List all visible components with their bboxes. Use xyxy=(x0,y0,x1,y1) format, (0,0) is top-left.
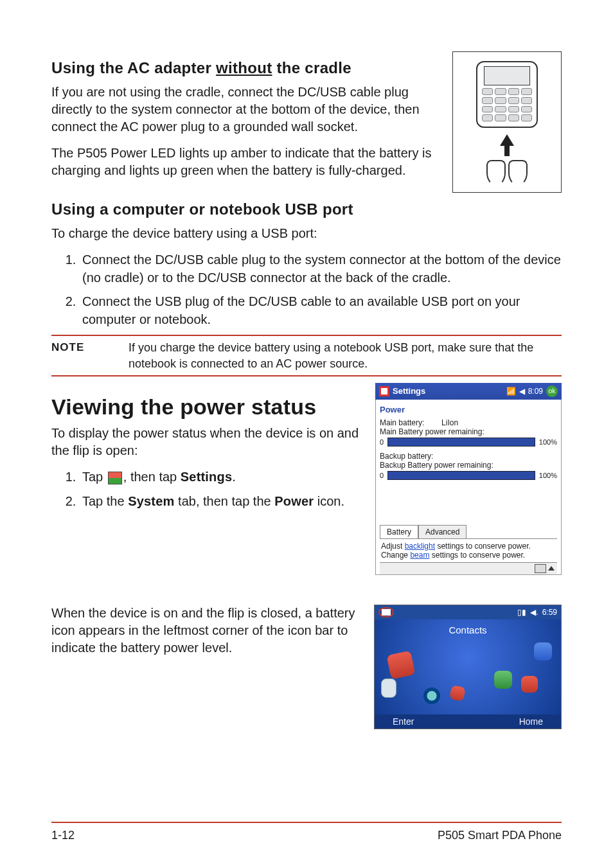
backup-bar-hundred: 100% xyxy=(539,472,557,479)
tab-advanced[interactable]: Advanced xyxy=(418,525,466,538)
heading-viewing-power: Viewing the power status xyxy=(51,394,364,420)
note-label: NOTE xyxy=(51,340,129,371)
backup-remaining-label: Backup Battery power remaining: xyxy=(380,461,557,470)
link-beam[interactable]: beam xyxy=(410,551,429,560)
usb-step-2: Connect the USB plug of the DC/USB cable… xyxy=(80,293,562,328)
note-block: NOTE If you charge the device battery us… xyxy=(51,335,562,376)
media-icon[interactable] xyxy=(423,687,440,704)
softkey-home[interactable]: Home xyxy=(519,716,543,727)
backup-battery-label: Backup battery: xyxy=(380,452,557,461)
signal-icon: 📶 xyxy=(506,387,516,396)
signal-bars-icon: ▯▮ xyxy=(517,608,526,617)
app-icon-redsmall[interactable] xyxy=(449,685,465,701)
battery-level-icon xyxy=(378,607,394,617)
backup-bar-zero: 0 xyxy=(380,472,384,479)
contacts-label: Contacts xyxy=(449,624,486,635)
usb-step-1: Connect the DC/USB cable plug to the sys… xyxy=(80,251,562,287)
ok-button[interactable]: ok xyxy=(546,385,558,397)
doc-title-footer: P505 Smart PDA Phone xyxy=(438,829,562,842)
illustration-device-cable xyxy=(452,51,562,193)
view-step-1: Tap , then tap Settings. xyxy=(80,468,364,486)
para-ac-2: The P505 Power LED lights up amber to in… xyxy=(51,145,440,179)
power-section-title: Power xyxy=(380,402,557,418)
note-text: If you charge the device battery using a… xyxy=(129,340,562,371)
clock-time: 8:09 xyxy=(528,387,543,396)
screenshot-home-closed: ▯▮ ◀. 6:59 Contacts Enter xyxy=(374,605,562,729)
home-clock-time: 6:59 xyxy=(542,608,557,617)
main-bar-zero: 0 xyxy=(380,438,384,446)
hint-backlight: Adjust backlight settings to conserve po… xyxy=(381,542,556,551)
main-remaining-label: Main Battery power remaining: xyxy=(380,427,557,436)
keyboard-icon[interactable] xyxy=(535,564,546,573)
view-step-2: Tap the System tab, then tap the Power i… xyxy=(80,493,364,511)
settings-title: Settings xyxy=(393,386,425,396)
para-ac-1: If you are not using the cradle, connect… xyxy=(51,84,440,136)
main-bar-hundred: 100% xyxy=(539,438,557,446)
main-battery-type: LiIon xyxy=(441,418,458,427)
phone-icon[interactable] xyxy=(386,650,415,679)
page-number: 1-12 xyxy=(51,829,75,842)
start-flag-icon xyxy=(379,386,389,396)
para-flip-closed: When the device is on and the flip is cl… xyxy=(51,605,362,657)
start-menu-icon xyxy=(108,472,122,484)
backup-battery-bar xyxy=(387,471,535,480)
softkey-enter[interactable]: Enter xyxy=(393,716,414,727)
para-view-intro: To display the power status when the dev… xyxy=(51,425,364,459)
view-steps-list: Tap , then tap Settings. Tap the System … xyxy=(51,468,364,510)
main-battery-bar xyxy=(387,438,535,447)
speaker-icon: ◀ xyxy=(519,387,525,396)
notes-icon[interactable] xyxy=(381,678,396,698)
app-icon-red2[interactable] xyxy=(521,676,538,693)
volume-icon: ◀. xyxy=(530,608,538,617)
heading-ac-adapter: Using the AC adapter without the cradle xyxy=(51,59,440,77)
tab-battery[interactable]: Battery xyxy=(380,525,418,538)
main-battery-label: Main battery: xyxy=(380,418,424,427)
hint-beam: Change beam settings to conserve power. xyxy=(381,551,556,560)
usb-steps-list: Connect the DC/USB cable plug to the sys… xyxy=(51,251,562,328)
link-backlight[interactable]: backlight xyxy=(405,542,435,551)
screenshot-settings-power: Settings 📶 ◀ 8:09 ok Power Main battery:… xyxy=(375,383,562,575)
footer-rule xyxy=(51,822,562,823)
app-icon-green[interactable] xyxy=(494,671,512,689)
sip-arrow-icon[interactable] xyxy=(548,566,555,571)
app-icon-blue[interactable] xyxy=(534,642,552,660)
heading-usb-port: Using a computer or notebook USB port xyxy=(51,200,562,218)
arrow-up-icon xyxy=(500,134,514,146)
para-usb-intro: To charge the device battery using a USB… xyxy=(51,225,562,242)
